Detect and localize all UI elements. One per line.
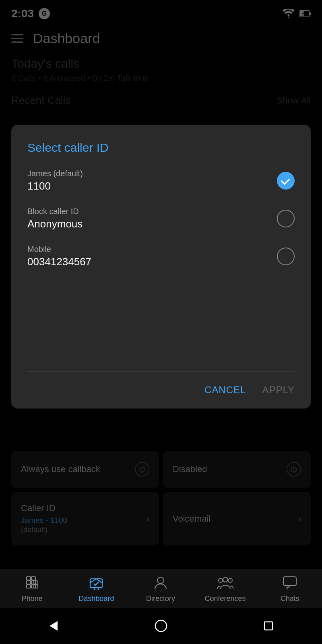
nav-label-conferences: Conferences	[205, 594, 246, 603]
directory-icon	[152, 574, 169, 591]
svg-point-15	[157, 577, 164, 584]
radio-anonymous[interactable]	[277, 210, 295, 227]
svg-rect-4	[27, 581, 31, 584]
caller-id-modal: Select caller ID James (default) 1100 Bl…	[11, 125, 311, 409]
nav-item-dashboard[interactable]: Dashboard	[76, 574, 116, 603]
nav-label-directory: Directory	[146, 594, 175, 603]
cancel-button[interactable]: CANCEL	[204, 384, 246, 396]
radio-mobile[interactable]	[277, 248, 295, 265]
home-button[interactable]	[149, 614, 173, 638]
caller-option-james[interactable]: James (default) 1100	[27, 169, 295, 192]
svg-point-21	[155, 620, 167, 632]
back-button[interactable]	[41, 614, 66, 638]
caller-option-anonymous[interactable]: Block caller ID Anonymous	[27, 207, 295, 230]
conferences-icon	[217, 574, 234, 591]
option-value-1: 1100	[27, 180, 83, 192]
option-label-3: Mobile	[27, 245, 91, 254]
modal-actions: CANCEL APPLY	[27, 371, 295, 409]
dashboard-icon	[87, 574, 105, 591]
svg-rect-6	[31, 577, 35, 580]
bottom-nav: Phone Dashboard Directory	[0, 569, 322, 608]
nav-label-dashboard: Dashboard	[78, 594, 114, 603]
svg-rect-11	[90, 579, 102, 588]
option-value-3: 00341234567	[27, 256, 91, 268]
recents-button[interactable]	[256, 614, 281, 638]
caller-option-mobile[interactable]: Mobile 00341234567	[27, 245, 295, 268]
svg-rect-3	[27, 577, 31, 580]
svg-point-18	[228, 578, 232, 582]
svg-rect-22	[264, 622, 272, 630]
nav-label-chats: Chats	[281, 594, 299, 603]
modal-spacer	[27, 283, 295, 371]
modal-title: Select caller ID	[27, 141, 295, 155]
svg-marker-20	[50, 621, 58, 631]
nav-item-phone[interactable]: Phone	[12, 574, 52, 603]
radio-james[interactable]	[277, 172, 295, 190]
nav-item-conferences[interactable]: Conferences	[205, 574, 246, 603]
chats-icon	[281, 574, 299, 591]
nav-label-phone: Phone	[22, 594, 43, 603]
svg-point-16	[223, 577, 228, 582]
phone-icon	[23, 574, 41, 591]
option-label-1: James (default)	[27, 169, 83, 178]
apply-button[interactable]: APPLY	[262, 384, 295, 396]
svg-point-17	[219, 578, 223, 582]
option-label-2: Block caller ID	[27, 207, 83, 216]
option-value-2: Anonymous	[27, 218, 83, 230]
system-nav	[0, 608, 322, 644]
svg-rect-19	[283, 577, 296, 586]
svg-rect-5	[27, 585, 31, 588]
nav-item-chats[interactable]: Chats	[270, 574, 310, 603]
nav-item-directory[interactable]: Directory	[140, 574, 181, 603]
